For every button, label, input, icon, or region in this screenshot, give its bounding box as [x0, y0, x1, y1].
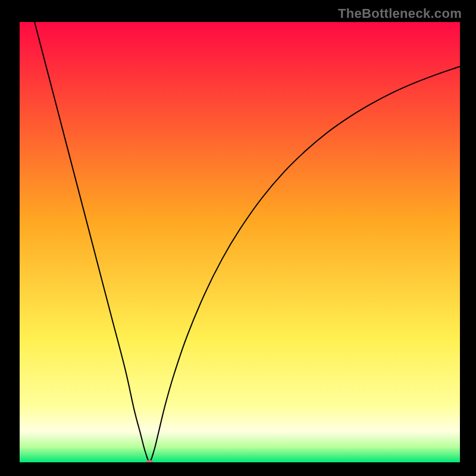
- gradient-background: [20, 22, 460, 462]
- plot-area: [20, 22, 460, 462]
- chart-svg: [20, 22, 460, 462]
- watermark-text: TheBottleneck.com: [338, 6, 462, 21]
- chart-frame: TheBottleneck.com: [0, 0, 476, 476]
